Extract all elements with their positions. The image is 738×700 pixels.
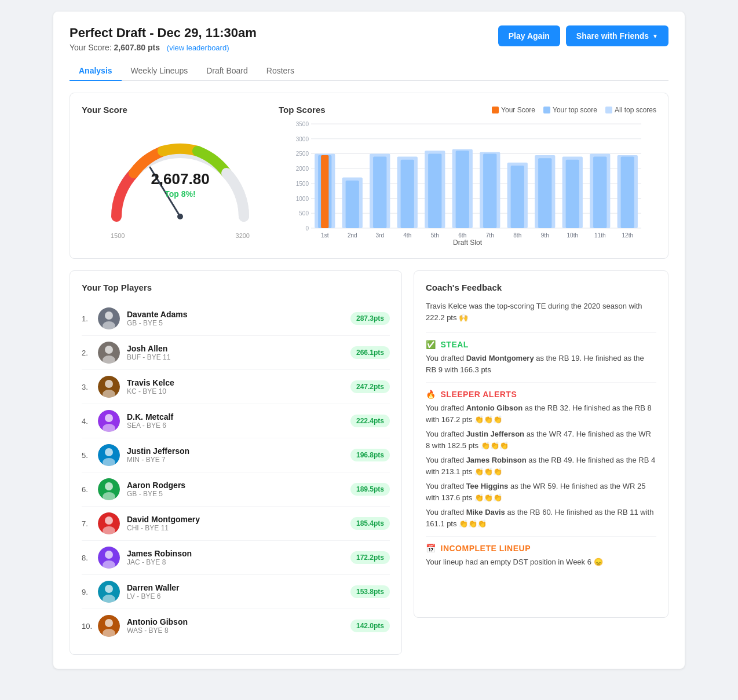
gauge-center: 2,607.80 Top 8%! xyxy=(151,170,209,199)
svg-rect-29 xyxy=(401,160,414,228)
leaderboard-link[interactable]: (view leaderboard) xyxy=(167,43,229,52)
svg-point-74 xyxy=(105,516,113,525)
svg-point-68 xyxy=(105,448,113,456)
player-score: 142.0pts xyxy=(350,620,390,632)
player-row: 1. Davante Adams GB - BYE 5 287.3pts xyxy=(82,302,390,336)
player-avatar xyxy=(98,376,120,398)
svg-text:2nd: 2nd xyxy=(348,232,357,239)
feedback-section: 📅INCOMPLETE LINEUPYour lineup had an emp… xyxy=(426,544,656,568)
players-card: Your Top Players 1. Davante Adams GB - B… xyxy=(70,270,402,655)
svg-text:9th: 9th xyxy=(541,232,549,239)
svg-text:7th: 7th xyxy=(486,232,494,239)
feedback-section-title-incomplete: 📅INCOMPLETE LINEUP xyxy=(426,544,656,553)
svg-point-71 xyxy=(105,482,113,490)
svg-text:10th: 10th xyxy=(567,232,578,239)
player-avatar xyxy=(98,307,120,329)
player-name: Antonio Gibson xyxy=(127,617,350,626)
player-rank: 9. xyxy=(82,588,98,596)
svg-point-83 xyxy=(105,619,113,627)
legend-label-your-score: Your Score xyxy=(501,106,535,114)
svg-text:0: 0 xyxy=(305,225,309,232)
feedback-card: Coach's Feedback Travis Kelce was the to… xyxy=(414,270,668,618)
player-score: 287.3pts xyxy=(350,312,390,325)
svg-rect-32 xyxy=(428,153,441,228)
svg-text:11th: 11th xyxy=(594,232,605,239)
svg-rect-23 xyxy=(346,181,359,228)
player-team: CHI - BYE 11 xyxy=(127,524,350,532)
player-avatar xyxy=(98,410,120,432)
player-row: 3. Travis Kelce KC - BYE 10 247.2pts xyxy=(82,370,390,404)
gauge-score: 2,607.80 xyxy=(151,170,209,188)
player-score: 153.8pts xyxy=(350,585,390,598)
legend-label-all-top: All top scores xyxy=(615,106,656,114)
gauge-min: 1500 xyxy=(111,232,125,239)
player-score: 172.2pts xyxy=(350,551,390,564)
player-row: 2. Josh Allen BUF - BYE 11 266.1pts xyxy=(82,336,390,370)
gauge-percentile: Top 8%! xyxy=(151,189,209,199)
player-rank: 7. xyxy=(82,519,98,528)
feedback-item-text: You drafted Tee Higgins as the WR 59. He… xyxy=(426,481,656,503)
player-team: JAC - BYE 8 xyxy=(127,558,350,566)
svg-rect-38 xyxy=(483,153,496,228)
svg-text:500: 500 xyxy=(299,210,309,217)
svg-text:5th: 5th xyxy=(431,232,439,239)
feedback-label: STEAL xyxy=(441,340,469,349)
svg-rect-41 xyxy=(511,166,524,228)
player-row: 10. Antonio Gibson WAS - BYE 8 142.0pts xyxy=(82,609,390,643)
player-rank: 1. xyxy=(82,314,98,323)
chart-area: 35003000250020001500100050001st2nd3rd4th… xyxy=(279,122,656,237)
legend-label-your-top-score: Your top score xyxy=(553,106,597,114)
share-button[interactable]: Share with Friends xyxy=(566,25,668,46)
player-rank: 8. xyxy=(82,554,98,562)
tab-draft-board[interactable]: Draft Board xyxy=(197,61,257,81)
player-avatar xyxy=(98,342,120,364)
legend-dot-all-top xyxy=(605,107,612,113)
player-info: Davante Adams GB - BYE 5 xyxy=(127,310,350,327)
player-rank: 2. xyxy=(82,349,98,357)
play-again-button[interactable]: Play Again xyxy=(498,25,560,46)
feedback-text: Your lineup had an empty DST position in… xyxy=(426,556,656,568)
player-rank: 5. xyxy=(82,451,98,460)
player-team: KC - BYE 10 xyxy=(127,387,350,395)
player-row: 6. Aaron Rodgers GB - BYE 5 189.5pts xyxy=(82,472,390,507)
svg-text:1000: 1000 xyxy=(296,196,309,202)
player-info: Travis Kelce KC - BYE 10 xyxy=(127,378,350,395)
player-avatar xyxy=(98,512,120,534)
player-info: Josh Allen BUF - BYE 11 xyxy=(127,344,350,361)
feedback-section-title-steal: ✅STEAL xyxy=(426,340,656,349)
player-avatar xyxy=(98,547,120,569)
player-team: GB - BYE 5 xyxy=(127,319,350,327)
svg-text:3500: 3500 xyxy=(296,122,309,127)
player-info: D.K. Metcalf SEA - BYE 6 xyxy=(127,412,350,430)
player-info: Darren Waller LV - BYE 6 xyxy=(127,583,350,600)
player-team: WAS - BYE 8 xyxy=(127,626,350,635)
player-rank: 3. xyxy=(82,383,98,391)
player-info: Antonio Gibson WAS - BYE 8 xyxy=(127,617,350,635)
gauge-labels: 1500 3200 xyxy=(105,232,255,239)
gauge-container: 2,607.80 Top 8%! 1500 3200 xyxy=(105,124,255,239)
player-name: Travis Kelce xyxy=(127,378,350,387)
player-score: 247.2pts xyxy=(350,380,390,393)
player-row: 9. Darren Waller LV - BYE 6 153.8pts xyxy=(82,575,390,609)
tab-weekly-lineups[interactable]: Weekly Lineups xyxy=(122,61,198,81)
player-score: 189.5pts xyxy=(350,483,390,496)
top-scores-section: Top Scores Your Score Your top score xyxy=(279,105,656,247)
bar-chart-wrapper: 35003000250020001500100050001st2nd3rd4th… xyxy=(279,122,656,237)
player-name: D.K. Metcalf xyxy=(127,412,350,422)
player-team: GB - BYE 5 xyxy=(127,490,350,498)
top-scores-header: Top Scores Your Score Your top score xyxy=(279,105,656,115)
feedback-content: Travis Kelce was the top-scoring TE duri… xyxy=(426,300,656,568)
legend: Your Score Your top score All top scores xyxy=(492,106,656,114)
svg-text:1st: 1st xyxy=(321,232,329,239)
svg-rect-47 xyxy=(566,160,579,228)
feedback-label: SLEEPER ALERTS xyxy=(441,390,517,399)
score-subtitle: Your Score: 2,607.80 pts (view leaderboa… xyxy=(70,43,257,52)
svg-rect-26 xyxy=(373,157,386,228)
tab-analysis[interactable]: Analysis xyxy=(70,61,122,81)
svg-point-56 xyxy=(105,311,113,320)
svg-rect-20 xyxy=(321,155,328,228)
player-name: Darren Waller xyxy=(127,583,350,592)
player-rank: 6. xyxy=(82,485,98,494)
player-row: 7. David Montgomery CHI - BYE 11 185.4pt… xyxy=(82,507,390,541)
tab-rosters[interactable]: Rosters xyxy=(257,61,304,81)
